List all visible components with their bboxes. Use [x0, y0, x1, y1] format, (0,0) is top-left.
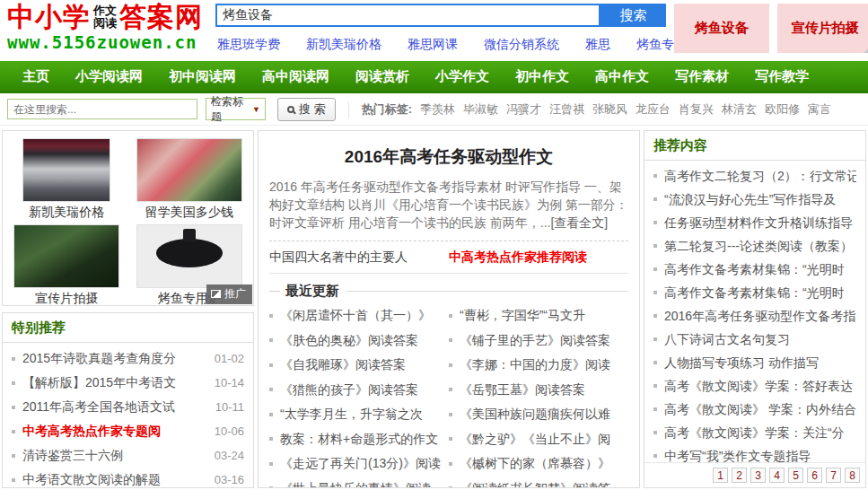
list-item: 清诗鉴赏三十六例 03-24 — [12, 443, 244, 468]
list-item: 《铺子里的手艺》阅读答案 — [449, 328, 625, 354]
site-search-input[interactable] — [7, 99, 197, 119]
logo-text-red-left: 中小学 — [7, 4, 91, 31]
nav-item[interactable]: 初中阅读网 — [169, 68, 236, 85]
article-link[interactable]: 高考作文备考素材集锦：“光明时 — [664, 258, 856, 281]
nav-item[interactable]: 主页 — [22, 68, 49, 85]
nav-item[interactable]: 小学作文 — [435, 68, 489, 85]
header-link[interactable]: 雅思 — [585, 37, 610, 53]
article-link[interactable]: 《自我雕琢》阅读答案 — [280, 353, 445, 378]
article-link[interactable]: 《李娜：中国的力度》阅读 — [460, 353, 625, 378]
list-item: 《世上最快乐的事情》阅读 — [269, 477, 445, 489]
article-link[interactable]: 高考《散文阅读》 学案：内外结合 — [664, 398, 856, 421]
article-link[interactable]: 2011年高考全国各地语文试 — [22, 395, 210, 419]
article-link[interactable]: 第二轮复习---论述类阅读（教案） — [664, 234, 856, 258]
article-link[interactable]: 中考高考热点作家专题阅 — [22, 419, 209, 443]
header-search-input[interactable] — [215, 4, 601, 27]
header-link[interactable]: 微信分销系统 — [484, 37, 559, 53]
article-link[interactable]: 《黔之驴》《当止不止》阅 — [460, 427, 625, 452]
page-number-button[interactable]: 8 — [845, 468, 860, 483]
nav-item[interactable]: 阅读赏析 — [355, 68, 409, 85]
hot-tag-link[interactable]: 龙应台 — [636, 101, 671, 118]
article-link[interactable]: 高考《散文阅读》学案：答好表达 — [664, 374, 856, 398]
nav-item[interactable]: 初中作文 — [515, 68, 569, 85]
list-item: “流浪汉与好心先生”写作指导及 — [653, 188, 856, 211]
nav-item[interactable]: 写作教学 — [755, 68, 809, 85]
promo-badge[interactable]: 推广 — [206, 284, 252, 304]
header-link[interactable]: 新凯美瑞价格 — [306, 37, 381, 53]
list-item: 《黔之驴》《当止不止》阅 — [449, 427, 625, 452]
pink-ad-box[interactable]: 宣传片拍摄 — [777, 4, 868, 53]
article-link[interactable]: 中考语文散文阅读的解题 — [22, 468, 209, 488]
article-link[interactable]: 高考作文二轮复习（2）：行文常记 — [664, 164, 856, 188]
header-link[interactable]: 雅思网课 — [408, 37, 458, 53]
article-link[interactable]: 《阅读纸书长智慧》阅读答 — [460, 477, 625, 489]
ad-cell-money[interactable]: 留学美国多少钱 — [131, 138, 249, 221]
ad-cell-film[interactable]: 宣传片拍摄 — [8, 224, 126, 307]
pink-ad-box[interactable]: 烤鱼设备 — [674, 4, 769, 53]
search-scope-select[interactable]: 检索标题 ▼ — [206, 98, 266, 120]
article-link[interactable]: 高考作文备考素材集锦：“光明时 — [664, 281, 856, 304]
article-link[interactable]: “流浪汉与好心先生”写作指导及 — [664, 188, 856, 211]
article-link[interactable]: 《闲居遣怀十首（其一）》 — [280, 303, 445, 328]
list-item: “太学李月生，升字翁之次 — [269, 402, 445, 427]
article-link[interactable]: 中考写“我”类作文专题指导 — [664, 444, 856, 462]
page-number-button[interactable]: 4 — [769, 468, 785, 483]
article-link[interactable]: 《槭树下的家（席慕容）》 — [460, 451, 625, 477]
list-item: 高考作文备考素材集锦：“光明时 — [653, 258, 856, 281]
article-link[interactable]: 八下诗词古文名句复习 — [664, 328, 856, 351]
hot-tag-link[interactable]: 季羡林 — [420, 101, 455, 118]
nav-item[interactable]: 小学阅读网 — [75, 68, 143, 85]
article-link[interactable]: 清诗鉴赏三十六例 — [22, 443, 209, 468]
main-nav: 主页小学阅读网初中阅读网高中阅读网阅读赏析小学作文初中作文高中作文写作素材写作教… — [0, 61, 868, 93]
nav-item[interactable]: 写作素材 — [675, 68, 729, 85]
recent-updates: 《闲居遣怀十首（其一）》 《肤色的奥秘》阅读答案 《自我雕琢》阅读答案 《猎熊的… — [269, 302, 628, 488]
article-link[interactable]: 《铺子里的手艺》阅读答案 — [460, 328, 625, 354]
left-column: 新凯美瑞价格 留学美国多少钱 宣传片拍摄 烤鱼专用炉 推广 特别推荐 — [2, 130, 254, 488]
article-link[interactable]: 人物描写专项练习 动作描写 — [664, 351, 856, 374]
hot-tag-link[interactable]: 肖复兴 — [679, 101, 714, 118]
article-link[interactable]: 《走远了再关门(13分)》阅读 — [280, 451, 445, 477]
page-number-button[interactable]: 3 — [750, 468, 766, 483]
content-area: 新凯美瑞价格 留学美国多少钱 宣传片拍摄 烤鱼专用炉 推广 特别推荐 — [0, 126, 868, 488]
article-link[interactable]: 《岳鄂王墓》阅读答案 — [460, 378, 625, 403]
article-link[interactable]: 2015年诗歌真题考查角度分 — [22, 346, 209, 371]
article-link[interactable]: 2016年高考任务驱动型作文备考指导 — [664, 304, 856, 328]
hot-tag-link[interactable]: 欧阳修 — [765, 101, 800, 118]
sidebar-recommend-title: 推荐内容 — [644, 131, 865, 161]
article-link[interactable]: 《美国种族问题痼疾何以难 — [460, 402, 625, 427]
site-search-button[interactable]: 搜 索 — [277, 98, 336, 121]
hot-tag-link[interactable]: 寓言 — [808, 101, 831, 118]
article-link[interactable]: 高考《散文阅读》学案：关注“分 — [664, 421, 856, 444]
hot-tag-link[interactable]: 冯骥才 — [506, 101, 541, 118]
nav-item[interactable]: 高中阅读网 — [262, 68, 329, 85]
hot-tag-link[interactable]: 张晓风 — [592, 101, 627, 118]
feature-link-right-hot[interactable]: 中高考热点作家推荐阅读 — [449, 249, 628, 266]
hot-tag-link[interactable]: 毕淑敏 — [463, 101, 498, 118]
header-search-button[interactable]: 搜索 — [601, 4, 666, 27]
hot-tag-link[interactable]: 林清玄 — [722, 101, 757, 118]
article-link[interactable]: “曹彬，字国华”“马文升 — [460, 303, 625, 328]
article-link[interactable]: “太学李月生，升字翁之次 — [280, 402, 445, 427]
list-item: 高考作文二轮复习（2）：行文常记 — [653, 164, 856, 188]
feature-link-left[interactable]: 中国四大名著中的主要人 — [269, 249, 449, 266]
page-number-button[interactable]: 1 — [713, 468, 728, 483]
list-item: 《槭树下的家（席慕容）》 — [449, 451, 625, 477]
article-link[interactable]: 《肤色的奥秘》阅读答案 — [280, 328, 445, 354]
featured-article-title[interactable]: 2016年高考任务驱动型作文 — [269, 145, 628, 169]
ad-cell-camry[interactable]: 新凯美瑞价格 — [8, 138, 126, 221]
page-number-button[interactable]: 5 — [788, 468, 803, 483]
list-item: 2016年高考任务驱动型作文备考指导 — [653, 304, 856, 328]
page-number-button[interactable]: 6 — [807, 468, 822, 483]
article-link[interactable]: 【解析版】2015年中考语文 — [22, 371, 209, 395]
page-number-button[interactable]: 2 — [732, 468, 747, 483]
read-more-link[interactable]: [查看全文] — [550, 215, 608, 230]
article-link[interactable]: 任务驱动型材料作文升格训练指导 — [664, 211, 856, 234]
article-link[interactable]: 《猎熊的孩子》阅读答案 — [280, 378, 445, 403]
nav-item[interactable]: 高中作文 — [595, 68, 649, 85]
article-link[interactable]: 《世上最快乐的事情》阅读 — [280, 477, 445, 489]
site-logo[interactable]: 中小学 作文 阅读 答案网 www.5156zuowen.cn — [7, 4, 214, 52]
page-number-button[interactable]: 7 — [826, 468, 841, 483]
hot-tag-link[interactable]: 汪曾祺 — [549, 101, 584, 118]
header-link[interactable]: 雅思班学费 — [217, 37, 280, 53]
article-link[interactable]: 教案：材料+命题形式的作文 — [280, 427, 445, 452]
